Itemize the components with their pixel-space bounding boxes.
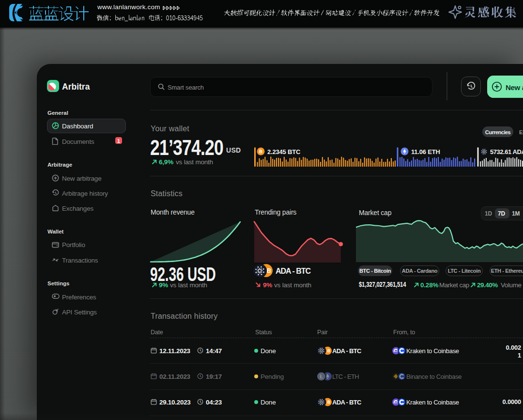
svg-text:Ł: Ł: [320, 374, 323, 379]
